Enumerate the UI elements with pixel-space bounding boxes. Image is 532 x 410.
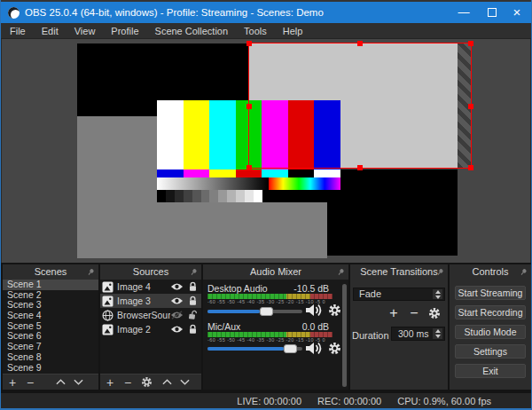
selection-handle-topleft[interactable] xyxy=(246,41,252,46)
audio-mixer-header[interactable]: Audio Mixer xyxy=(203,264,348,280)
selection-handle-midleft[interactable] xyxy=(246,104,252,109)
source-item[interactable]: Image 3 xyxy=(100,294,201,308)
globe-icon xyxy=(102,310,113,321)
scene-transitions-header[interactable]: Scene Transitions xyxy=(350,264,448,280)
transition-select[interactable]: Fade xyxy=(353,288,445,301)
volume-slider-handle[interactable] xyxy=(284,344,297,353)
menu-file[interactable]: File xyxy=(2,23,34,39)
scene-transitions-panel: Scene Transitions Fade + − Duration 300 … xyxy=(350,264,448,390)
speaker-icon[interactable] xyxy=(304,341,324,356)
preview-canvas[interactable] xyxy=(2,39,530,263)
scenes-list: Scene 1 Scene 2 Scene 3 Scene 4 Scene 5 … xyxy=(3,280,98,374)
duration-spinbox[interactable]: 300 ms xyxy=(391,327,445,341)
image-icon xyxy=(102,296,113,307)
menu-edit[interactable]: Edit xyxy=(34,23,66,39)
controls-panel: Controls Start Streaming Start Recording… xyxy=(450,264,531,390)
duration-row: Duration 300 ms xyxy=(352,327,445,341)
start-recording-button[interactable]: Start Recording xyxy=(455,305,526,319)
cpu-fps: CPU: 0.9%, 60.00 fps xyxy=(397,396,491,406)
volume-slider[interactable] xyxy=(207,310,302,313)
sources-list: Image 4 Image 3 BrowserSource xyxy=(100,280,201,374)
transition-select-arrows[interactable] xyxy=(433,289,442,299)
menu-scene-collection[interactable]: Scene Collection xyxy=(147,23,237,39)
scene-item[interactable]: Scene 8 xyxy=(3,352,98,363)
window-title: OBS 25.0.4 (64-bit, windows) - Profile: … xyxy=(25,2,324,23)
menu-view[interactable]: View xyxy=(66,23,104,39)
audio-mixer-body: Desktop Audio -10.5 dB -60 -55 -50 -45 -… xyxy=(203,280,348,390)
channel-level-db: 0.0 dB xyxy=(302,321,329,332)
chevron-down-icon xyxy=(435,296,441,299)
dock-area: Scenes Scene 1 Scene 2 Scene 3 Scene 4 S… xyxy=(1,263,531,393)
scene-up-button[interactable] xyxy=(56,379,68,385)
source-name: Image 4 xyxy=(117,281,170,292)
menu-profile[interactable]: Profile xyxy=(103,23,146,39)
volume-slider-handle[interactable] xyxy=(260,307,273,316)
selection-handle-midright[interactable] xyxy=(468,104,473,109)
unlock-icon[interactable] xyxy=(188,310,198,320)
pin-icon[interactable] xyxy=(188,266,200,278)
close-button[interactable]: × xyxy=(505,2,529,23)
pin-icon[interactable] xyxy=(518,266,529,278)
duration-spin-arrows[interactable] xyxy=(433,328,442,339)
menu-tools[interactable]: Tools xyxy=(236,23,275,39)
maximize-button[interactable] xyxy=(480,2,505,23)
lock-icon[interactable] xyxy=(188,296,198,306)
exit-button[interactable]: Exit xyxy=(455,364,526,378)
add-source-button[interactable]: + xyxy=(104,375,116,390)
selection-handle-bottomright[interactable] xyxy=(468,165,473,170)
visibility-eye-icon[interactable] xyxy=(170,282,184,291)
source-item[interactable]: BrowserSource xyxy=(100,308,201,322)
visibility-eye-slash-icon[interactable] xyxy=(170,311,184,319)
menu-bar: File Edit View Profile Scene Collection … xyxy=(1,23,531,39)
canvas-black-rect-bottomright[interactable] xyxy=(327,170,458,256)
visibility-eye-icon[interactable] xyxy=(170,325,184,334)
scenes-toolbar: + − xyxy=(3,374,98,390)
remove-source-button[interactable]: − xyxy=(121,375,134,390)
pin-icon[interactable] xyxy=(335,266,347,278)
start-streaming-button[interactable]: Start Streaming xyxy=(455,286,526,300)
source-up-button[interactable] xyxy=(162,379,175,385)
visibility-eye-icon[interactable] xyxy=(170,296,184,305)
selection-handle-bottomleft[interactable] xyxy=(246,165,252,170)
minimize-button[interactable]: — xyxy=(451,2,476,23)
source-item[interactable]: Image 2 xyxy=(100,322,201,336)
scenes-header[interactable]: Scenes xyxy=(3,264,98,280)
mixer-gear-icon[interactable] xyxy=(328,342,341,355)
scene-item[interactable]: Scene 4 xyxy=(3,311,98,321)
settings-button[interactable]: Settings xyxy=(455,344,526,359)
mixer-scrollbar[interactable] xyxy=(342,284,347,387)
controls-header[interactable]: Controls xyxy=(450,264,531,280)
channel-level-db: -10.5 dB xyxy=(293,283,329,294)
chevron-up-icon xyxy=(435,329,441,333)
add-scene-button[interactable]: + xyxy=(6,375,19,390)
mixer-scrollbar-thumb[interactable] xyxy=(342,284,347,387)
source-name: BrowserSource xyxy=(117,310,170,320)
source-item[interactable]: Image 4 xyxy=(100,280,201,294)
volume-slider[interactable] xyxy=(207,347,302,351)
scene-down-button[interactable] xyxy=(74,379,86,385)
selection-handle-topmid[interactable] xyxy=(357,41,363,46)
controls-header-label: Controls xyxy=(473,266,509,277)
sources-header[interactable]: Sources xyxy=(100,264,201,280)
mixer-gear-icon[interactable] xyxy=(328,304,341,317)
speaker-icon[interactable] xyxy=(304,303,324,318)
scene-item[interactable]: Scene 9 xyxy=(3,363,98,374)
remove-transition-button[interactable]: − xyxy=(408,306,420,320)
sources-panel: Sources Image 4 Image 3 B xyxy=(100,264,201,390)
source-properties-gear-icon[interactable] xyxy=(141,376,153,388)
lock-icon[interactable] xyxy=(188,324,198,335)
pin-icon[interactable] xyxy=(85,266,97,278)
selection-handle-bottommid[interactable] xyxy=(357,165,363,170)
live-time: LIVE: 00:00:00 xyxy=(237,396,301,406)
add-transition-button[interactable]: + xyxy=(387,306,400,320)
remove-scene-button[interactable]: − xyxy=(24,375,36,390)
scene-item[interactable]: Scene 1 xyxy=(3,280,98,290)
transition-properties-gear-icon[interactable] xyxy=(428,307,441,319)
title-bar[interactable]: OBS 25.0.4 (64-bit, windows) - Profile: … xyxy=(1,0,531,23)
source-selection-outline[interactable] xyxy=(248,43,472,169)
menu-help[interactable]: Help xyxy=(275,23,311,39)
selection-handle-topright[interactable] xyxy=(468,41,473,46)
studio-mode-button[interactable]: Studio Mode xyxy=(455,325,526,339)
lock-icon[interactable] xyxy=(188,281,198,292)
source-down-button[interactable] xyxy=(180,379,192,385)
